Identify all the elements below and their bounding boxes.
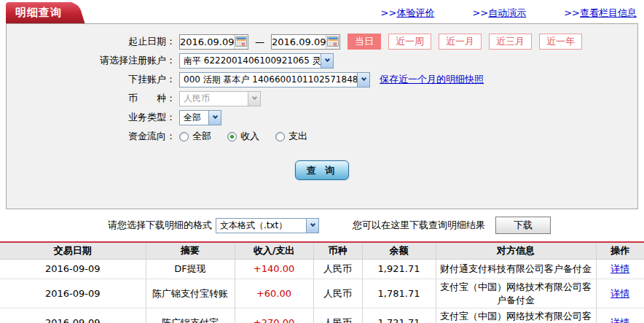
detail-link[interactable]: 详情 <box>610 317 629 323</box>
chevron-down-icon <box>251 95 256 100</box>
quick-range-today-button[interactable]: 当日 <box>347 34 381 50</box>
page-title: 明细查询 <box>15 6 62 19</box>
register-account-label: 请选择注册账户： <box>7 54 176 67</box>
col-header-counterparty: 对方信息 <box>436 243 596 260</box>
cell-counterparty: 财付通支付科技有限公司客户备付金 <box>436 260 596 279</box>
fund-flow-row: 资金流向： 全部 收入 支出 <box>7 128 637 144</box>
calendar-icon <box>235 36 247 47</box>
cell-date: 2016-09-09 <box>0 260 146 279</box>
detail-link[interactable]: 详情 <box>610 288 629 299</box>
cell-summary: 陈广锦支付宝转账 <box>146 279 235 308</box>
cell-balance: 1,721.71 <box>362 308 436 323</box>
currency-value: 人民币 <box>180 93 248 105</box>
end-date-calendar-button[interactable] <box>326 35 339 49</box>
col-header-currency: 币种 <box>313 243 362 260</box>
dropdown-button[interactable] <box>357 73 369 87</box>
download-format-label: 请您选择下载明细的格式 <box>108 219 212 232</box>
start-date-field <box>179 34 248 50</box>
top-links: >>体验评价 >>自动演示 >>查看栏目信息 <box>381 7 637 20</box>
fund-flow-label: 资金流向： <box>7 130 176 143</box>
top-bar: 明细查询 >>体验评价 >>自动演示 >>查看栏目信息 <box>0 0 644 23</box>
query-button[interactable]: 查 询 <box>295 160 349 180</box>
download-hint: 您可以在这里下载查询明细结果 <box>353 219 485 232</box>
dropdown-button[interactable] <box>321 54 333 68</box>
sub-account-select[interactable]: 000 活期 基本户 1406600101102571848 <box>179 72 370 87</box>
cell-summary: DF提现 <box>146 260 235 279</box>
date-range-label: 起止日期： <box>7 35 176 48</box>
radio-label: 收入 <box>240 130 259 143</box>
link-label: 体验评价 <box>396 7 434 18</box>
link-experience-evaluation[interactable]: >>体验评价 <box>381 7 435 20</box>
radio-checked-icon <box>227 132 237 141</box>
dropdown-button <box>248 92 260 106</box>
dropdown-button[interactable] <box>208 111 221 125</box>
radio-label: 全部 <box>192 130 211 143</box>
radio-icon <box>179 132 189 141</box>
result-table-wrap: 交易日期 摘要 收入/支出 币种 余额 对方信息 操作 2016-09-09 D… <box>0 241 644 323</box>
chevron-down-icon <box>324 57 329 62</box>
end-date-field <box>271 34 340 50</box>
tab-detail-query[interactable]: 明细查询 <box>6 2 72 23</box>
table-header-row: 交易日期 摘要 收入/支出 币种 余额 对方信息 操作 <box>0 243 644 260</box>
fund-flow-expense-option[interactable]: 支出 <box>275 130 307 143</box>
cell-amount: +60.00 <box>235 279 313 308</box>
start-date-calendar-button[interactable] <box>234 35 248 49</box>
register-account-select[interactable]: 南平 6222001406100921065 灵通卡 <box>179 53 334 69</box>
fund-flow-income-option[interactable]: 收入 <box>227 130 259 143</box>
currency-select: 人民币 <box>179 91 261 106</box>
download-format-value: 文本格式（.txt） <box>216 219 306 232</box>
save-snapshot-link[interactable]: 保存近一个月的明细快照 <box>380 73 484 86</box>
cell-balance: 1,921.71 <box>362 260 436 279</box>
cell-counterparty: 支付宝（中国）网络技术有限公司客户备付金 <box>436 279 596 308</box>
table-row: 2016-09-09 陈广锦支付宝转账 +60.00 人民币 1,781.71 … <box>0 279 644 308</box>
business-type-label: 业务类型： <box>7 111 176 124</box>
start-date-input[interactable] <box>180 36 234 47</box>
link-arrow-prefix: >> <box>564 7 580 18</box>
cell-currency: 人民币 <box>313 260 362 279</box>
link-view-column-info[interactable]: >>查看栏目信息 <box>564 7 637 20</box>
end-date-input[interactable] <box>272 36 326 47</box>
col-header-amount: 收入/支出 <box>235 243 313 260</box>
sub-account-value: 000 活期 基本户 1406600101102571848 <box>180 74 357 86</box>
currency-label: 币 种： <box>7 92 176 105</box>
business-type-row: 业务类型： 全部 <box>7 109 637 125</box>
link-auto-demo[interactable]: >>自动演示 <box>472 7 526 20</box>
dropdown-button[interactable] <box>306 219 318 233</box>
table-row: 2016-09-09 陈广锦支付宝 +270.00 人民币 1,721.71 支… <box>0 308 644 323</box>
sub-account-label: 下挂账户： <box>7 73 176 86</box>
col-header-date: 交易日期 <box>0 243 146 260</box>
link-label: 查看栏目信息 <box>580 7 637 18</box>
quick-range-last-year-button[interactable]: 近一年 <box>539 34 582 50</box>
quick-range-last-3-months-button[interactable]: 近三月 <box>489 34 532 50</box>
download-row: 请您选择下载明细的格式 文本格式（.txt） 您可以在这里下载查询明细结果 下载 <box>0 216 644 235</box>
cell-amount: +140.00 <box>235 260 313 279</box>
date-range-row: 起止日期： <box>7 34 637 50</box>
col-header-summary: 摘要 <box>146 243 235 260</box>
register-account-row: 请选择注册账户： 南平 6222001406100921065 灵通卡 <box>7 52 637 69</box>
fund-flow-options: 全部 收入 支出 <box>179 130 323 143</box>
cell-currency: 人民币 <box>313 279 362 308</box>
chevron-down-icon <box>310 222 315 227</box>
transactions-table: 交易日期 摘要 收入/支出 币种 余额 对方信息 操作 2016-09-09 D… <box>0 243 644 323</box>
cell-counterparty: 支付宝（中国）网络技术有限公司客户备付金 <box>436 308 596 323</box>
cell-summary: 陈广锦支付宝 <box>146 308 235 323</box>
link-arrow-prefix: >> <box>381 7 397 18</box>
sub-account-row: 下挂账户： 000 活期 基本户 1406600101102571848 保存近… <box>7 71 637 87</box>
fund-flow-all-option[interactable]: 全部 <box>179 130 211 143</box>
detail-link[interactable]: 详情 <box>610 263 629 274</box>
cell-balance: 1,781.71 <box>362 279 436 308</box>
cell-currency: 人民币 <box>313 308 362 323</box>
chevron-down-icon <box>212 114 217 119</box>
cell-date: 2016-09-09 <box>0 279 146 308</box>
quick-range-last-week-button[interactable]: 近一周 <box>388 34 431 50</box>
col-header-action: 操作 <box>596 243 644 260</box>
date-range-separator: — <box>255 36 264 47</box>
business-type-select[interactable]: 全部 <box>179 110 221 125</box>
table-row: 2016-09-09 DF提现 +140.00 人民币 1,921.71 财付通… <box>0 260 644 279</box>
chevron-down-icon <box>361 76 366 81</box>
download-button[interactable]: 下载 <box>495 217 551 234</box>
cell-amount: +270.00 <box>235 308 313 323</box>
quick-range-last-month-button[interactable]: 近一月 <box>439 34 482 50</box>
radio-icon <box>275 132 285 141</box>
download-format-select[interactable]: 文本格式（.txt） <box>216 218 319 233</box>
